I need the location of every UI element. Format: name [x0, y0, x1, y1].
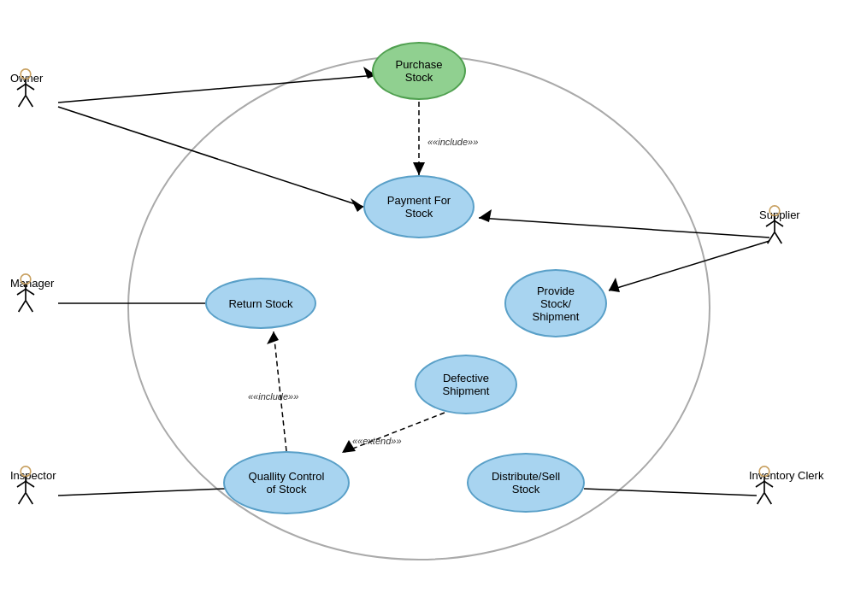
svg-line-2	[17, 84, 26, 90]
use-case-quality-control[interactable]: Quallity Control of Stock	[223, 451, 350, 514]
svg-line-26	[756, 481, 764, 487]
arrow-supplier-provide	[609, 278, 620, 292]
actor-owner: Owner	[10, 68, 43, 85]
connection-defective-quality-dashed	[342, 413, 445, 453]
use-case-purchase-stock[interactable]: Purchase Stock	[372, 42, 466, 100]
diagram-container: ««include»» ««include»» ««extend»» Purch…	[0, 0, 843, 616]
svg-line-10	[19, 301, 26, 312]
actor-owner-figure	[10, 68, 41, 111]
svg-point-0	[21, 69, 31, 79]
actor-inspector-figure	[10, 466, 41, 508]
use-case-defective-shipment[interactable]: Defective Shipment	[415, 355, 517, 414]
connection-owner-payment	[58, 107, 363, 207]
use-case-distribute-sell[interactable]: Distribute/Sell Stock	[467, 453, 585, 513]
svg-line-20	[766, 220, 775, 226]
svg-line-14	[17, 481, 26, 487]
label-include1: ««include»»	[427, 137, 478, 147]
actor-supplier: Supplier	[759, 205, 800, 221]
label-extend1: ««extend»»	[352, 436, 402, 446]
svg-line-11	[26, 301, 32, 312]
actor-manager: Manager	[10, 273, 54, 290]
connection-inventoryclerk-distribute	[584, 489, 757, 496]
use-case-return-stock[interactable]: Return Stock	[205, 278, 316, 329]
connection-supplier-provide	[609, 241, 769, 290]
use-case-provide-stock[interactable]: Provide Stock/ Shipment	[504, 269, 607, 337]
label-include2: ««include»»	[248, 391, 298, 402]
svg-line-4	[19, 96, 26, 107]
svg-line-8	[17, 289, 26, 295]
use-case-payment-for-stock[interactable]: Payment For Stock	[363, 175, 475, 238]
svg-point-24	[759, 466, 769, 477]
svg-line-16	[19, 493, 26, 504]
connection-inspector-quality	[58, 489, 225, 496]
actor-inventory-clerk: Inventory Clerk	[749, 466, 823, 482]
svg-line-17	[26, 493, 32, 504]
actor-inspector: Inspector	[10, 466, 56, 482]
svg-line-5	[26, 96, 32, 107]
svg-line-22	[768, 232, 775, 243]
svg-line-28	[758, 493, 764, 504]
svg-line-9	[26, 289, 34, 295]
svg-line-29	[764, 493, 771, 504]
arrow-supplier-payment	[479, 209, 492, 222]
svg-line-23	[775, 232, 781, 243]
svg-point-18	[769, 206, 780, 216]
svg-point-12	[21, 466, 31, 477]
actor-supplier-figure	[759, 205, 790, 248]
svg-line-15	[26, 481, 34, 487]
connection-supplier-payment	[479, 218, 769, 238]
actor-manager-figure	[10, 273, 41, 316]
arrow-owner-payment	[351, 198, 363, 212]
svg-line-21	[775, 220, 783, 226]
arrow-quality-return	[267, 331, 279, 344]
arrow-purchase-payment	[413, 162, 425, 175]
svg-line-3	[26, 84, 34, 90]
actor-inventory-clerk-figure	[749, 466, 780, 508]
svg-line-27	[764, 481, 773, 487]
connection-owner-purchase	[58, 75, 376, 103]
svg-point-6	[21, 274, 31, 285]
